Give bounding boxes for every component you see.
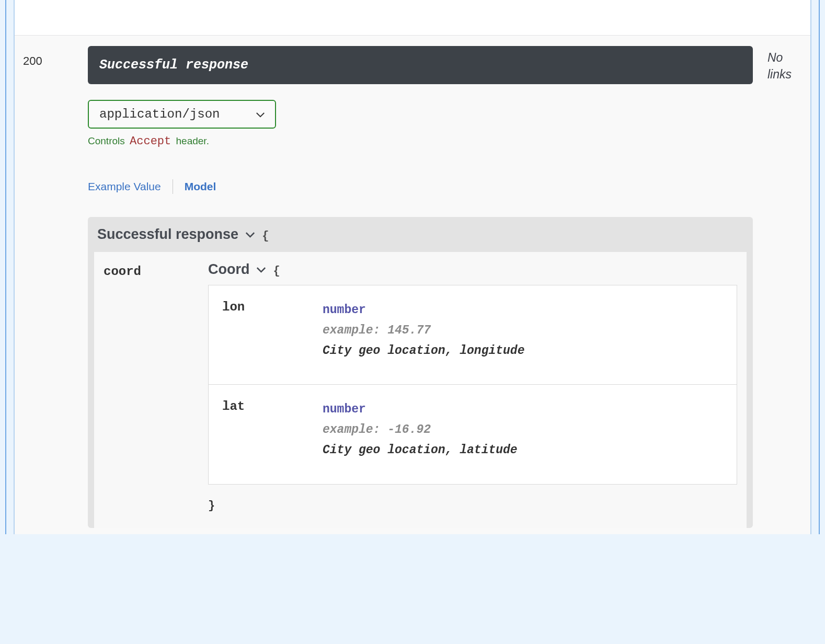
media-type-value: application/json [99,107,220,121]
prop-lat-example: example: -16.92 [323,420,723,440]
model-schema-header[interactable]: Successful response { [88,217,753,252]
media-type-select[interactable]: application/json [88,100,276,129]
chevron-down-icon [256,107,265,121]
tab-separator [173,179,173,194]
brace-open: { [273,264,280,278]
prop-lon-desc: City geo location, longitude [323,341,723,361]
model-body: coord Coord { [94,252,747,528]
accept-hint-controls: Controls [88,135,125,146]
response-tabs: Example Value Model [88,178,753,195]
tab-model[interactable]: Model [185,178,216,195]
prop-lon-type: number [323,300,723,320]
coord-props-box: lon number example: 145.77 City geo loca… [208,285,737,485]
panel-top-spacer [15,0,810,36]
model-title: Successful response [97,226,238,243]
swagger-response-section: 200 Successful response application/json… [5,0,820,534]
response-panel: 200 Successful response application/json… [14,0,811,534]
coord-type-header[interactable]: Coord { [208,261,737,285]
links-column: No links [753,46,805,83]
response-description: Successful response [88,46,753,84]
prop-coord-key: coord [104,261,208,279]
brace-open: { [262,229,269,243]
accept-hint-accept: Accept [128,135,173,148]
prop-lat-type: number [323,399,723,420]
coord-type-title: Coord [208,261,249,278]
prop-lat-name: lat [222,399,323,413]
accept-header-note: Controls Accept header. [88,135,753,148]
tab-example-value[interactable]: Example Value [88,178,161,195]
accept-hint-header: header. [176,135,209,146]
prop-lat-desc: City geo location, latitude [323,440,723,461]
coord-brace-close: } [208,485,737,515]
prop-lon-name: lon [222,300,323,314]
prop-lon-example: example: 145.77 [323,320,723,341]
chevron-down-icon [257,261,266,278]
chevron-down-icon [246,226,255,243]
status-code: 200 [20,46,88,68]
prop-lon: lon number example: 145.77 City geo loca… [209,285,737,385]
response-content: 200 Successful response application/json… [15,36,810,534]
model-schema-box: Successful response { coord [88,217,753,528]
prop-lat: lat number example: -16.92 City geo loca… [209,385,737,484]
